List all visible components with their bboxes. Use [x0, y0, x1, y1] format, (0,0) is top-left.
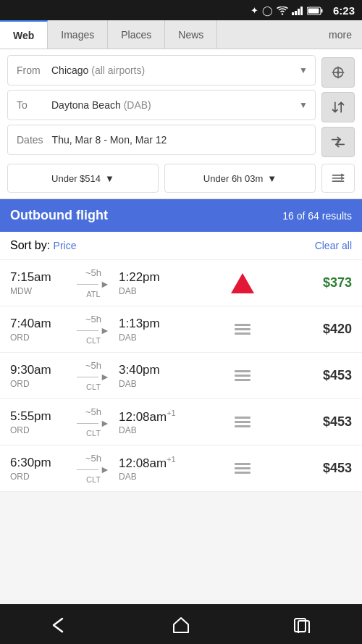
duration-arrow: ►: [68, 325, 119, 336]
via-airport: CLT: [68, 475, 119, 484]
recents-button[interactable]: [285, 608, 319, 641]
tab-web[interactable]: Web: [0, 20, 48, 49]
price-value: $453: [323, 461, 352, 475]
search-form: From Chicago (all airports) ▼ To Daytona…: [0, 49, 362, 199]
flight-depart-4: 6:30pmORD: [10, 456, 68, 482]
location-button[interactable]: [321, 57, 355, 88]
svg-point-0: [282, 13, 283, 14]
price-value: $453: [323, 414, 352, 429]
via-airport: ATL: [68, 290, 119, 298]
flight-price-1: $420: [301, 322, 352, 337]
bottom-navigation: [0, 604, 362, 644]
to-value: Daytona Beach (DAB): [51, 99, 292, 111]
depart-airport: ORD: [10, 333, 68, 343]
flight-duration-0: ~5h ► ATL: [68, 267, 119, 298]
alarm-icon: ◯: [262, 5, 273, 16]
arrive-airport: DAB: [119, 333, 184, 343]
wifi-icon: [277, 5, 288, 16]
flight-arrive-4: 12:08am+1DAB: [119, 455, 184, 482]
swap-arrows-button[interactable]: [321, 127, 355, 157]
airline-lines-icon: [235, 324, 251, 335]
flight-row[interactable]: 7:15amMDW ~5h ► ATL 1:22pmDAB$373: [0, 260, 362, 306]
battery-icon: [307, 5, 323, 16]
sort-row: Sort by: Price Clear all: [0, 232, 362, 260]
duration-text: ~5h: [68, 453, 119, 464]
to-row: To Daytona Beach (DAB) ▼: [7, 90, 355, 125]
dates-label: Dates: [8, 134, 52, 146]
from-value: Chicago (all airports): [51, 64, 292, 76]
browser-tabs: Web Images Places News more: [0, 20, 362, 49]
depart-airport: ORD: [10, 379, 68, 389]
flight-row[interactable]: 7:40amORD ~5h ► CLT 1:13pmDAB$420: [0, 306, 362, 353]
sort-by-value[interactable]: Price: [54, 240, 77, 251]
price-filter-label: Under $514: [51, 173, 101, 184]
flight-arrive-1: 1:13pmDAB: [119, 317, 184, 343]
depart-airport: ORD: [10, 472, 68, 482]
tab-images[interactable]: Images: [48, 20, 108, 49]
from-field[interactable]: From Chicago (all airports) ▼: [7, 55, 316, 85]
results-header: Outbound flight 16 of 64 results: [0, 199, 362, 232]
price-filter-button[interactable]: Under $514 ▼: [7, 164, 159, 193]
svg-rect-2: [295, 11, 297, 15]
airline-logo-2: [184, 370, 301, 381]
duration-arrow: ►: [68, 278, 119, 290]
price-value: $373: [323, 275, 352, 290]
duration-text: ~5h: [68, 267, 119, 278]
depart-time: 9:30am: [10, 363, 68, 377]
duration-arrow: ►: [68, 417, 119, 429]
depart-airport: ORD: [10, 425, 68, 435]
to-label: To: [8, 99, 51, 111]
airline-logo-0: [184, 273, 301, 293]
dates-field[interactable]: Dates Thu, Mar 8 - Mon, Mar 12: [7, 125, 316, 155]
flight-row[interactable]: 5:55pmORD ~5h ► CLT 12:08am+1DAB$453: [0, 399, 362, 446]
duration-arrow: ►: [68, 371, 119, 382]
svg-rect-1: [292, 12, 294, 15]
sort-by-container: Sort by: Price: [10, 239, 77, 252]
svg-rect-6: [321, 9, 322, 13]
arrive-time: 12:08am+1: [119, 409, 184, 425]
depart-airport: MDW: [10, 286, 68, 296]
home-button[interactable]: [164, 607, 198, 640]
arrive-time: 12:08am+1: [119, 455, 184, 471]
tab-more[interactable]: more: [319, 20, 362, 49]
back-button[interactable]: [43, 608, 77, 641]
depart-time: 5:55pm: [10, 409, 68, 424]
airline-logo-4: [184, 463, 301, 474]
to-dropdown-icon: ▼: [292, 100, 315, 110]
flight-price-3: $453: [301, 414, 352, 430]
from-label: From: [8, 64, 51, 76]
airline-logo-1: [184, 324, 301, 335]
clear-all-button[interactable]: Clear all: [315, 240, 352, 251]
expand-filters-button[interactable]: [321, 164, 355, 193]
status-bar: ✦ ◯: [0, 0, 362, 20]
duration-filter-dropdown-icon: ▼: [267, 173, 277, 184]
svg-rect-3: [298, 9, 300, 15]
depart-time: 7:15am: [10, 270, 68, 285]
arrive-airport: DAB: [119, 425, 184, 435]
depart-time: 6:30pm: [10, 456, 68, 470]
flight-row[interactable]: 9:30amORD ~5h ► CLT 3:40pmDAB$453: [0, 353, 362, 399]
flight-row[interactable]: 6:30pmORD ~5h ► CLT 12:08am+1DAB$453: [0, 446, 362, 492]
via-airport: CLT: [68, 382, 119, 391]
flight-duration-1: ~5h ► CLT: [68, 314, 119, 345]
flight-depart-2: 9:30amORD: [10, 363, 68, 389]
airline-lines-icon: [235, 370, 251, 381]
flight-duration-4: ~5h ► CLT: [68, 453, 119, 484]
flight-arrive-0: 1:22pmDAB: [119, 270, 184, 296]
from-dropdown-icon: ▼: [292, 65, 315, 75]
airline-lines-icon: [235, 417, 251, 427]
flight-depart-0: 7:15amMDW: [10, 270, 68, 296]
svg-point-11: [337, 71, 340, 74]
flight-duration-2: ~5h ► CLT: [68, 360, 119, 391]
filter-row: Under $514 ▼ Under 6h 03m ▼: [7, 164, 355, 193]
to-field[interactable]: To Daytona Beach (DAB) ▼: [7, 90, 316, 120]
delta-icon: [231, 273, 254, 293]
signal-icon: [292, 5, 303, 16]
bluetooth-icon: ✦: [251, 5, 258, 16]
tab-places[interactable]: Places: [108, 20, 165, 49]
swap-button[interactable]: [321, 92, 355, 122]
duration-filter-button[interactable]: Under 6h 03m ▼: [164, 164, 316, 193]
flight-price-0: $373: [301, 275, 352, 290]
duration-text: ~5h: [68, 406, 119, 417]
tab-news[interactable]: News: [165, 20, 217, 49]
